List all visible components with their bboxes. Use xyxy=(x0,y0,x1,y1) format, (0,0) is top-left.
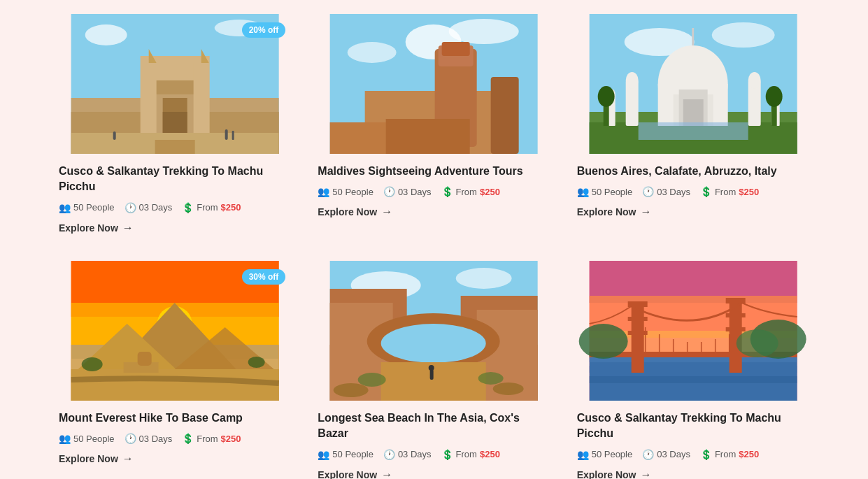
price-meta: 💲 From $250 xyxy=(441,186,500,197)
explore-now-button[interactable]: Explore Now → xyxy=(318,206,392,218)
clock-icon: 🕐 xyxy=(642,449,654,460)
explore-now-button[interactable]: Explore Now → xyxy=(59,452,134,465)
tour-card-2: Maldives Sightseeing Adventure Tours 👥 5… xyxy=(315,14,553,240)
people-count: 50 People xyxy=(73,434,115,444)
price-meta: 💲 From $250 xyxy=(700,449,759,460)
svg-rect-65 xyxy=(138,352,152,366)
clock-icon: 🕐 xyxy=(124,202,136,213)
svg-point-22 xyxy=(348,42,397,63)
svg-point-67 xyxy=(248,357,265,368)
days-count: 03 Days xyxy=(139,202,173,213)
days-count: 03 Days xyxy=(398,187,432,197)
price-value: $250 xyxy=(739,449,759,459)
svg-rect-93 xyxy=(631,303,643,373)
card-meta: 👥 50 People 🕐 03 Days 💲 From $250 xyxy=(59,202,291,213)
card-meta: 👥 50 People 🕐 03 Days 💲 From $250 xyxy=(318,449,550,460)
price-icon: 💲 xyxy=(700,449,712,460)
card-title: Cusco & Salkantay Trekking To Machu Picc… xyxy=(577,410,809,442)
svg-point-111 xyxy=(736,329,778,357)
svg-point-41 xyxy=(748,72,760,89)
people-count: 50 People xyxy=(332,449,373,459)
explore-now-button[interactable]: Explore Now → xyxy=(59,222,134,234)
svg-rect-10 xyxy=(194,63,209,133)
svg-rect-17 xyxy=(232,131,234,140)
explore-now-button[interactable]: Explore Now → xyxy=(577,206,652,218)
card-body: Maldives Sightseeing Adventure Tours 👥 5… xyxy=(315,154,553,224)
card-image-wrapper xyxy=(315,14,553,154)
from-label: From xyxy=(197,202,218,213)
card-image-wrapper: 20% off xyxy=(56,14,294,154)
svg-point-84 xyxy=(493,383,524,395)
card-image-wrapper: 30% off xyxy=(56,261,294,401)
tour-card-grid: 20% off Cusco & Salkantay Trekking To Ma… xyxy=(56,14,812,479)
people-meta: 👥 50 People xyxy=(318,186,373,197)
days-meta: 🕐 03 Days xyxy=(383,449,432,460)
svg-rect-9 xyxy=(141,63,157,133)
from-label: From xyxy=(715,449,736,459)
people-meta: 👥 50 People xyxy=(577,186,633,197)
svg-rect-79 xyxy=(430,369,434,380)
svg-point-81 xyxy=(358,373,386,387)
svg-rect-96 xyxy=(627,331,647,335)
svg-point-70 xyxy=(456,268,512,289)
days-meta: 🕐 03 Days xyxy=(124,433,173,444)
tour-card-5: Longest Sea Beach In The Asia, Cox's Baz… xyxy=(315,261,553,479)
people-icon: 👥 xyxy=(59,202,71,213)
svg-rect-99 xyxy=(725,313,745,317)
people-icon: 👥 xyxy=(577,186,589,197)
explore-now-button[interactable]: Explore Now → xyxy=(318,469,392,479)
svg-rect-49 xyxy=(638,122,748,140)
svg-rect-18 xyxy=(155,140,195,154)
svg-point-66 xyxy=(82,357,103,371)
card-title: Mount Everest Hike To Base Camp xyxy=(59,410,291,426)
clock-icon: 🕐 xyxy=(642,186,654,197)
tour-card-3: Buenos Aires, Calafate, Abruzzo, Italy 👥… xyxy=(574,14,812,240)
explore-now-button[interactable]: Explore Now → xyxy=(577,469,652,479)
svg-point-13 xyxy=(85,24,127,45)
svg-point-32 xyxy=(711,22,774,48)
svg-point-80 xyxy=(429,365,434,371)
card-image-wrapper xyxy=(574,261,812,401)
people-icon: 👥 xyxy=(318,449,329,460)
price-value: $250 xyxy=(480,449,500,459)
people-count: 50 People xyxy=(592,449,633,459)
price-value: $250 xyxy=(480,187,500,197)
days-count: 03 Days xyxy=(139,434,173,444)
svg-point-83 xyxy=(334,383,369,397)
svg-rect-26 xyxy=(442,42,470,56)
price-icon: 💲 xyxy=(441,449,453,460)
card-title: Longest Sea Beach In The Asia, Cox's Baz… xyxy=(318,410,550,442)
explore-label: Explore Now xyxy=(577,469,636,479)
clock-icon: 🕐 xyxy=(124,433,136,444)
people-count: 50 People xyxy=(592,187,633,197)
svg-rect-27 xyxy=(491,77,519,154)
svg-point-21 xyxy=(449,19,519,44)
card-meta: 👥 50 People 🕐 03 Days 💲 From $250 xyxy=(577,449,809,460)
svg-point-109 xyxy=(578,324,627,359)
days-count: 03 Days xyxy=(657,187,690,197)
svg-rect-60 xyxy=(71,369,279,401)
svg-point-51 xyxy=(597,86,614,107)
price-value: $250 xyxy=(221,202,241,213)
explore-label: Explore Now xyxy=(577,206,636,217)
price-meta: 💲 From $250 xyxy=(182,433,241,444)
card-image-wrapper xyxy=(315,261,553,401)
people-meta: 👥 50 People xyxy=(318,449,373,460)
price-meta: 💲 From $250 xyxy=(700,186,759,197)
from-label: From xyxy=(456,187,477,197)
card-body: Mount Everest Hike To Base Camp 👥 50 Peo… xyxy=(56,401,294,471)
card-body: Longest Sea Beach In The Asia, Cox's Baz… xyxy=(315,401,553,479)
svg-rect-100 xyxy=(725,327,745,331)
people-meta: 👥 50 People xyxy=(59,202,115,213)
price-value: $250 xyxy=(221,434,241,444)
arrow-right-icon: → xyxy=(640,206,651,218)
people-meta: 👥 50 People xyxy=(577,449,633,460)
people-icon: 👥 xyxy=(59,433,71,444)
card-body: Cusco & Salkantay Trekking To Machu Picc… xyxy=(56,154,294,240)
svg-rect-15 xyxy=(113,131,116,140)
price-meta: 💲 From $250 xyxy=(441,449,500,460)
svg-rect-91 xyxy=(589,366,797,373)
svg-rect-92 xyxy=(589,376,797,383)
price-value: $250 xyxy=(739,187,759,197)
card-body: Cusco & Salkantay Trekking To Machu Picc… xyxy=(574,401,812,479)
